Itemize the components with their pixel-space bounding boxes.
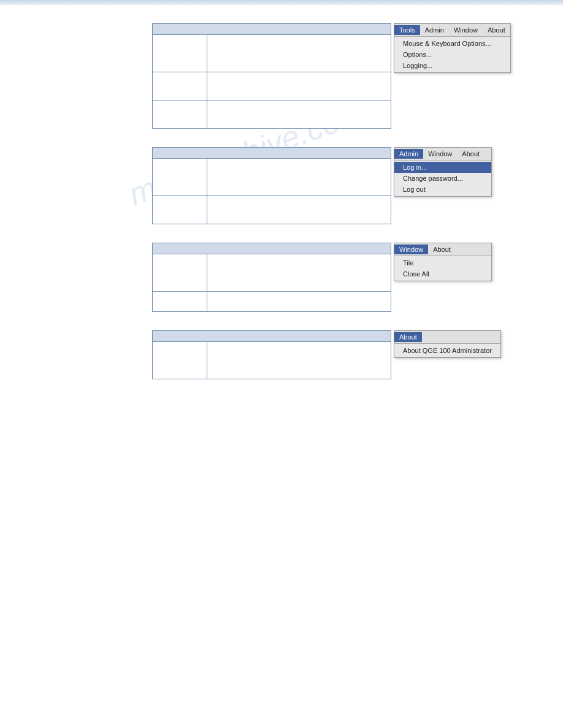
about-app-window <box>152 330 391 379</box>
window-demo-section: Window About Tile Close All <box>152 243 563 312</box>
menu-header-window[interactable]: Window <box>449 25 483 35</box>
cell-left <box>153 159 207 196</box>
window-title-bar <box>153 243 391 254</box>
about-title-bar <box>153 331 391 342</box>
menu-item-mouse-keyboard[interactable]: Mouse & Keyboard Options... <box>394 38 510 49</box>
cell-right <box>207 292 391 312</box>
menu-item-about-qge[interactable]: About QGE 100 Administrator <box>394 345 500 356</box>
cell-left <box>153 292 207 312</box>
window-tb-blank <box>153 248 163 249</box>
tools-demo-section: Tools Admin Window About Mouse & Keyboar… <box>152 23 563 129</box>
tools-menu-items: Mouse & Keyboard Options... Options... L… <box>394 37 510 72</box>
tools-title-bar <box>153 24 391 35</box>
about-dropdown-menu[interactable]: About About QGE 100 Administrator <box>394 330 501 358</box>
cell-left <box>153 254 207 292</box>
menu-item-logout[interactable]: Log out <box>394 184 491 195</box>
admin-dropdown-menu[interactable]: Admin Window About Log in... Change pass… <box>394 147 492 197</box>
about-menu-items: About QGE 100 Administrator <box>394 344 500 357</box>
about-dropdown-container: About About QGE 100 Administrator <box>393 330 501 358</box>
table-row <box>153 196 391 224</box>
tools-dropdown-menu[interactable]: Tools Admin Window About Mouse & Keyboar… <box>394 23 511 73</box>
cell-right <box>207 100 391 129</box>
cell-right <box>207 342 391 379</box>
tools-app-window <box>152 23 391 129</box>
menu-item-login[interactable]: Log in... <box>394 162 491 173</box>
menu-header-window[interactable]: Window <box>423 149 457 159</box>
window-menu-header: Window About <box>394 243 491 256</box>
menu-header-window[interactable]: Window <box>394 245 428 254</box>
menu-item-change-password[interactable]: Change password... <box>394 173 491 184</box>
cell-left <box>153 72 207 100</box>
menu-header-about[interactable]: About <box>394 332 422 342</box>
admin-title-bar <box>153 148 391 159</box>
about-table <box>153 342 391 379</box>
admin-app-window <box>152 147 391 224</box>
menu-item-close-all[interactable]: Close All <box>394 268 491 279</box>
table-row <box>153 159 391 196</box>
admin-menu-header: Admin Window About <box>394 148 491 161</box>
menu-item-tile[interactable]: Tile <box>394 257 491 268</box>
window-menu-items: Tile Close All <box>394 256 491 281</box>
menu-header-about[interactable]: About <box>483 25 510 35</box>
admin-table <box>153 159 391 224</box>
tools-dropdown-container: Tools Admin Window About Mouse & Keyboar… <box>393 23 511 73</box>
window-table <box>153 254 391 311</box>
menu-item-options[interactable]: Options... <box>394 49 510 60</box>
tools-table <box>153 35 391 128</box>
menu-item-logging[interactable]: Logging... <box>394 60 510 71</box>
admin-dropdown-container: Admin Window About Log in... Change pass… <box>393 147 492 197</box>
cell-right <box>207 35 391 72</box>
cell-right <box>207 159 391 196</box>
menu-header-about[interactable]: About <box>428 245 456 254</box>
admin-tb-blank <box>153 153 163 154</box>
admin-demo-section: Admin Window About Log in... Change pass… <box>152 147 563 224</box>
table-row <box>153 72 391 100</box>
window-dropdown-container: Window About Tile Close All <box>393 243 492 281</box>
about-demo-section: About About QGE 100 Administrator <box>152 330 563 379</box>
tools-tb-blank <box>153 29 163 30</box>
about-menu-header: About <box>394 331 500 344</box>
tools-menu-header: Tools Admin Window About <box>394 24 510 37</box>
top-gradient-bar <box>0 0 563 5</box>
main-content: Tools Admin Window About Mouse & Keyboar… <box>0 5 563 379</box>
window-app-window <box>152 243 391 312</box>
admin-menu-items: Log in... Change password... Log out <box>394 161 491 196</box>
cell-right <box>207 72 391 100</box>
menu-header-admin[interactable]: Admin <box>394 149 423 159</box>
cell-left <box>153 35 207 72</box>
menu-header-about[interactable]: About <box>457 149 484 159</box>
cell-right <box>207 254 391 292</box>
table-row <box>153 342 391 379</box>
table-row <box>153 35 391 72</box>
menu-header-admin[interactable]: Admin <box>420 25 449 35</box>
table-row <box>153 292 391 312</box>
cell-left <box>153 342 207 379</box>
menu-header-tools[interactable]: Tools <box>394 25 420 35</box>
cell-left <box>153 196 207 224</box>
cell-left <box>153 100 207 129</box>
table-row <box>153 100 391 129</box>
window-dropdown-menu[interactable]: Window About Tile Close All <box>394 243 492 281</box>
table-row <box>153 254 391 292</box>
about-tb-blank <box>153 336 163 337</box>
cell-right <box>207 196 391 224</box>
